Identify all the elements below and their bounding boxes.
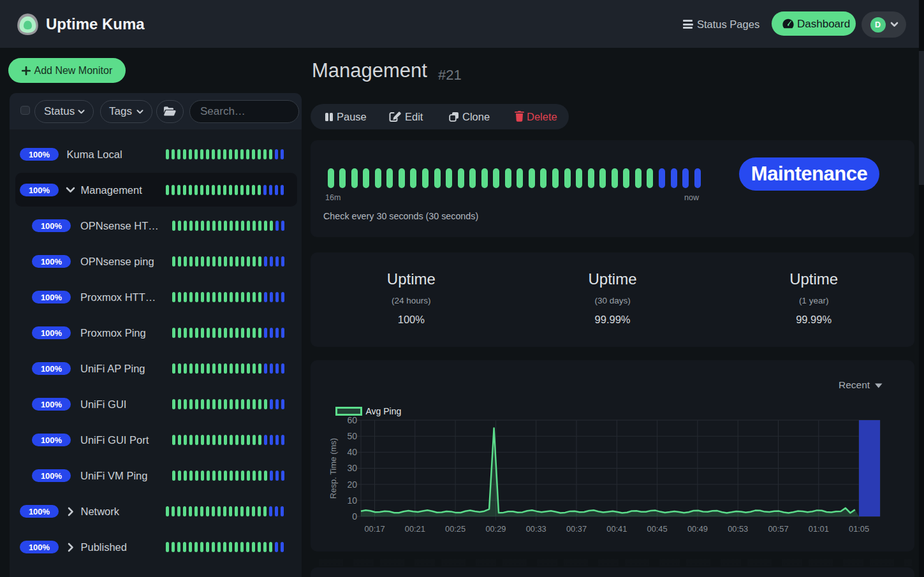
- svg-text:01:01: 01:01: [809, 524, 829, 534]
- svg-text:00:45: 00:45: [647, 524, 668, 534]
- svg-text:00:53: 00:53: [728, 524, 748, 534]
- svg-text:00:21: 00:21: [405, 524, 425, 534]
- svg-text:00:29: 00:29: [485, 524, 506, 534]
- svg-text:40: 40: [347, 447, 357, 457]
- svg-text:10: 10: [347, 495, 357, 506]
- svg-text:20: 20: [347, 479, 357, 490]
- svg-text:00:57: 00:57: [768, 524, 788, 534]
- svg-text:00:37: 00:37: [566, 524, 587, 534]
- svg-text:00:41: 00:41: [606, 524, 627, 534]
- svg-text:0: 0: [352, 511, 357, 522]
- svg-text:00:25: 00:25: [445, 524, 466, 534]
- svg-text:00:49: 00:49: [687, 524, 708, 534]
- svg-text:60: 60: [347, 415, 357, 425]
- svg-text:00:17: 00:17: [364, 524, 385, 534]
- svg-text:01:05: 01:05: [849, 524, 869, 534]
- svg-text:00:33: 00:33: [526, 524, 546, 534]
- svg-text:Resp. Time (ms): Resp. Time (ms): [328, 438, 338, 499]
- svg-text:50: 50: [347, 431, 357, 441]
- svg-text:30: 30: [347, 463, 357, 473]
